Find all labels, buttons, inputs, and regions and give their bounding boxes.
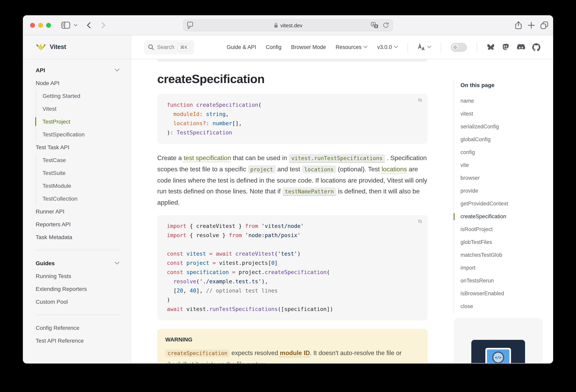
chevron-down-icon (363, 46, 367, 49)
toc-item-provide[interactable]: provide (461, 184, 543, 197)
sidebar-item-testsuite[interactable]: TestSuite (36, 167, 119, 179)
sidebar-section-title[interactable]: API (36, 64, 119, 77)
sidebar-item-runner-api[interactable]: Runner API (36, 205, 119, 218)
sidebar-item-running-tests[interactable]: Running Tests (36, 270, 119, 282)
toc-item-isbrowserenabled[interactable]: isBrowserEnabled (461, 287, 543, 300)
nav-browser-mode[interactable]: Browser Mode (291, 44, 326, 50)
code-line: const vitest = await createVitest('test'… (167, 249, 418, 258)
sidebar-chevron-icon[interactable] (74, 24, 77, 26)
previous-block-remnant (157, 59, 428, 62)
nav-version-dropdown[interactable]: v3.0.0 (377, 44, 398, 50)
code-block-example: ts import { createVitest } from 'vitest/… (157, 215, 428, 320)
address-bar[interactable]: vitest.dev A (183, 19, 393, 31)
sidebar-item-testcase[interactable]: TestCase (36, 154, 119, 167)
ad-image: </> (471, 340, 525, 363)
sidebar-subgroup: TestCaseTestSuiteTestModuleTestCollectio… (36, 154, 119, 205)
divider (36, 315, 119, 315)
divider (477, 42, 477, 52)
svg-text:A: A (372, 23, 374, 26)
sidebar-item-vitest[interactable]: Vitest (36, 102, 119, 115)
sidebar-item-test-task-api[interactable]: Test Task API (36, 141, 119, 154)
toc-item-globalconfig[interactable]: globalConfig (461, 133, 543, 146)
monitor-illustration: </> (485, 348, 511, 363)
new-tab-icon[interactable] (528, 22, 535, 29)
discord-icon[interactable] (517, 44, 525, 51)
toc-item-import[interactable]: import (461, 262, 543, 274)
sidebar-item-test-api-reference[interactable]: Test API Reference (36, 334, 119, 347)
sidebar-item-testcollection[interactable]: TestCollection (36, 192, 119, 205)
code-line: ): TestSpecification (167, 128, 418, 137)
minimize-window-button[interactable] (38, 23, 43, 28)
bluesky-icon[interactable] (487, 43, 495, 51)
zoom-window-button[interactable] (46, 23, 51, 28)
chevron-down-icon (115, 262, 119, 265)
toc-item-config[interactable]: config (461, 146, 543, 159)
sidebar-item-reporters-api[interactable]: Reporters API (36, 218, 119, 231)
search-button[interactable]: Search ⌘K (144, 40, 194, 54)
code-line: resolve('./example.test.ts'), (167, 277, 418, 286)
reload-icon[interactable] (382, 22, 389, 29)
tab-overview-icon[interactable] (540, 21, 548, 29)
toc-title: On this page (461, 81, 543, 89)
ad-card[interactable]: </> (454, 318, 543, 363)
divider (407, 42, 408, 52)
doc-link[interactable]: test specification (184, 154, 231, 161)
sidebar-toggle-icon[interactable] (61, 21, 70, 29)
description-paragraph: Create a test specification that can be … (157, 152, 428, 208)
brand[interactable]: Vitest (23, 35, 131, 59)
vitest-logo-icon (36, 42, 46, 52)
language-menu[interactable] (418, 43, 431, 51)
nav-config[interactable]: Config (266, 44, 281, 50)
toc-item-globtestfiles[interactable]: globTestFiles (461, 236, 543, 249)
sidebar-item-testspecification[interactable]: TestSpecification (36, 128, 119, 141)
sidebar-item-node-api[interactable]: Node API (36, 77, 119, 90)
toc-item-name[interactable]: name (461, 95, 543, 108)
code-line: ) (167, 295, 418, 304)
code-line: function createSpecification( (167, 100, 418, 110)
doc-link[interactable]: locations (382, 166, 407, 173)
doc-content: createSpecification ts function createSp… (157, 59, 428, 363)
sun-icon (452, 44, 459, 50)
github-icon[interactable] (532, 43, 540, 51)
sidebar-item-testproject[interactable]: TestProject (36, 115, 119, 128)
sidebar-item-getting-started[interactable]: Getting Started (36, 90, 119, 102)
toc-item-matchestestglob[interactable]: matchesTestGlob (461, 249, 543, 262)
toc-item-vite[interactable]: vite (461, 159, 543, 172)
sidebar-section-title[interactable]: Guides (36, 257, 119, 270)
toc-item-close[interactable]: close (461, 300, 543, 313)
inline-code: locations (302, 165, 336, 173)
reader-icon[interactable] (187, 22, 193, 29)
sidebar-item-extending-reporters[interactable]: Extending Reporters (36, 282, 119, 295)
url-text: vitest.dev (280, 22, 302, 28)
nav-resources-dropdown[interactable]: Resources (336, 44, 367, 50)
mastodon-icon[interactable] (502, 43, 510, 51)
chevron-down-icon (115, 69, 119, 72)
toc-item-browser[interactable]: browser (461, 172, 543, 184)
search-shortcut-kbd: ⌘K (178, 44, 190, 51)
share-icon[interactable] (515, 21, 522, 29)
sidebar-item-testmodule[interactable]: TestModule (36, 179, 119, 192)
toc-item-serializedconfig[interactable]: serializedConfig (461, 120, 543, 133)
translate-icon[interactable]: A (371, 22, 378, 29)
theme-toggle[interactable] (451, 43, 467, 52)
code-line: moduleId: string, (167, 110, 418, 119)
nav-guide-api[interactable]: Guide & API (227, 44, 256, 50)
toc-item-vitest[interactable]: vitest (461, 108, 543, 120)
toc-item-getprovidedcontext[interactable]: getProvidedContext (461, 197, 543, 210)
chevron-down-icon (394, 46, 398, 49)
toc-item-ontestsrerun[interactable]: onTestsRerun (461, 274, 543, 287)
sidebar-subgroup: Getting StartedVitestTestProjectTestSpec… (36, 90, 119, 141)
browser-toolbar: vitest.dev A (23, 15, 553, 35)
toc-item-isrootproject[interactable]: isRootProject (461, 223, 543, 236)
sidebar-item-config-reference[interactable]: Config Reference (36, 321, 119, 334)
inline-code-link[interactable]: testNamePattern (282, 187, 336, 196)
warning-body: createSpecification expects resolved mod… (165, 347, 420, 363)
forward-button[interactable] (101, 22, 106, 28)
sidebar-item-task-metadata[interactable]: Task Metadata (36, 231, 119, 243)
doc-link[interactable]: module ID (280, 349, 310, 356)
sidebar-item-custom-pool[interactable]: Custom Pool (36, 295, 119, 308)
back-button[interactable] (86, 22, 91, 28)
toc-item-createspecification[interactable]: createSpecification (461, 210, 543, 223)
close-window-button[interactable] (30, 23, 35, 28)
inline-code-link[interactable]: vitest.runTestSpecifications (289, 154, 385, 162)
